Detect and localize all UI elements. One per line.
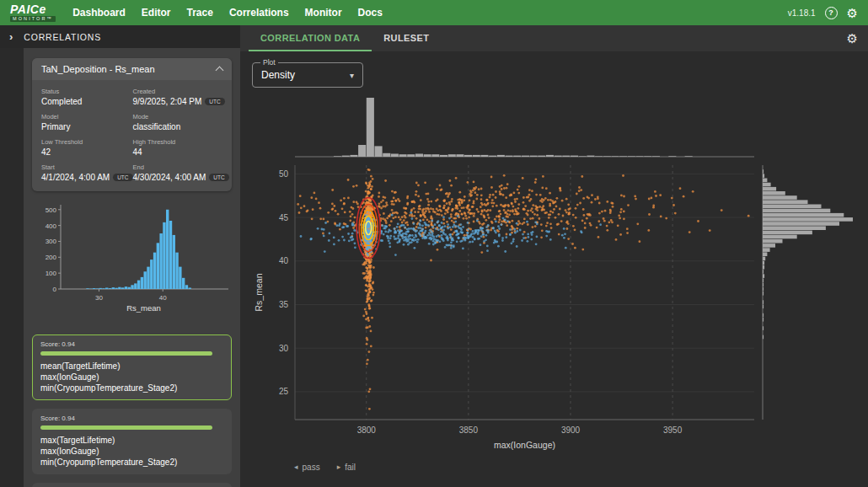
legend-label: fail [345,463,356,472]
nav-item-docs[interactable]: Docs [358,7,383,19]
plot-select-value: Density [261,69,295,81]
field-label: Low Threshold [41,138,133,146]
svg-text:500: 500 [46,206,57,214]
svg-text:40: 40 [159,294,167,302]
svg-text:30: 30 [279,344,289,353]
sidebar-title: CORRELATIONS [24,32,101,42]
field-value: 9/9/2025, 2:04 PMUTC [133,97,229,106]
sidebar-header: › CORRELATIONS [0,25,240,48]
field-start: Start4/1/2024, 4:00 AMUTC [41,163,133,182]
signal-line: max(TargetLifetime) [40,435,223,446]
main-tabbar: CORRELATION DATARULESET ⚙ [240,25,868,51]
utc-badge: UTC [205,98,224,105]
svg-text:0: 0 [53,286,57,293]
svg-text:30: 30 [95,294,103,302]
svg-text:400: 400 [46,222,57,230]
svg-text:3900: 3900 [561,425,581,435]
field-high-threshold: High Threshold44 [133,138,229,157]
nav-item-monitor[interactable]: Monitor [305,7,342,19]
tab-correlation-data[interactable]: CORRELATION DATA [249,25,372,51]
field-value: 4/30/2024, 4:00 AMUTC [133,173,229,182]
correlation-detail-card: TaN_Deposition - Rs_mean StatusCompleted… [32,58,232,191]
chart-settings-gear-icon[interactable]: ⚙ [847,32,858,45]
svg-text:3800: 3800 [357,425,377,435]
signal-line: min(CryopumpTemperature_Stage2) [40,457,223,468]
field-value: 42 [41,147,133,157]
sidebar-collapse-icon[interactable]: › [9,31,13,42]
score-label: Score: 0.94 [40,415,223,422]
plot-select-label: Plot [260,58,278,67]
svg-text:35: 35 [279,300,289,309]
main-nav: DashboardEditorTraceCorrelationsMonitorD… [72,7,399,19]
field-value: 44 [133,147,229,157]
nav-item-dashboard[interactable]: Dashboard [72,7,126,19]
field-label: Mode [133,113,229,120]
field-label: Model [41,113,133,120]
svg-text:3950: 3950 [663,425,683,435]
svg-text:200: 200 [46,254,57,261]
field-status: StatusCompleted [41,88,133,106]
app-logo[interactable]: PAICe MONITOR™ [10,3,56,23]
field-label: High Threshold [133,138,229,146]
field-end: End4/30/2024, 4:00 AMUTC [133,163,229,182]
tab-ruleset[interactable]: RULESET [372,25,441,51]
field-value: classification [133,122,229,131]
field-mode: Modeclassification [133,113,229,131]
score-card-list: Score: 0.94mean(TargetLifetime)max(IonGa… [32,334,232,487]
field-label: End [133,163,229,171]
correlations-sidebar: › CORRELATIONS TaN_Deposition - Rs_mean … [0,25,240,487]
svg-text:300: 300 [46,238,57,245]
app-root: PAICe MONITOR™ DashboardEditorTraceCorre… [0,0,868,487]
utc-badge: UTC [113,174,132,181]
svg-text:100: 100 [46,270,57,277]
rs-mean-histogram-svg: 01002003004005003040Rs_mean [32,200,232,313]
detail-field-grid: StatusCompletedCreated9/9/2025, 2:04 PMU… [32,80,232,191]
settings-gear-icon[interactable]: ⚙ [847,7,858,19]
main-content: CORRELATION DATARULESET ⚙ Plot Density ▾… [240,25,868,487]
collapse-chevron-icon[interactable] [216,67,224,75]
signal-line: min(CryopumpTemperature_Stage2) [40,383,223,393]
legend-marker-icon: ◂ [294,463,298,471]
score-bar [40,425,212,430]
svg-text:50: 50 [279,169,289,179]
svg-text:3850: 3850 [459,425,479,435]
rs-mean-histogram[interactable]: 01002003004005003040Rs_mean [32,200,232,326]
logo-subtext: MONITOR™ [10,16,56,23]
score-bar [40,351,212,356]
legend-item-fail[interactable]: ▸fail [337,463,356,472]
score-card-2[interactable]: Score: 0.94max(TargetLifetime)max(IonGau… [32,409,232,474]
chart-legend: ◂pass▸fail [294,463,356,472]
field-model: ModelPrimary [41,113,133,131]
legend-marker-icon: ▸ [337,463,341,471]
nav-item-trace[interactable]: Trace [187,7,213,19]
signal-line: mean(TargetLifetime) [40,361,223,372]
legend-item-pass[interactable]: ◂pass [294,463,320,472]
utc-badge: UTC [209,174,228,181]
svg-text:40: 40 [279,256,289,265]
plot-type-select[interactable]: Plot Density ▾ [252,62,363,88]
chart-area: Plot Density ▾ 3800385039003950253035404… [240,51,868,487]
help-icon[interactable]: ? [825,7,838,19]
score-card-3[interactable]: Score: 0.94 [32,483,232,487]
detail-card-header[interactable]: TaN_Deposition - Rs_mean [32,58,232,80]
sidebar-panel: TaN_Deposition - Rs_mean StatusCompleted… [24,48,240,487]
field-label: Created [133,88,229,95]
sidebar-rail [0,48,24,487]
dropdown-caret-icon: ▾ [350,71,354,80]
field-label: Status [41,88,133,95]
svg-text:Rs_mean: Rs_mean [126,303,161,313]
top-navbar: PAICe MONITOR™ DashboardEditorTraceCorre… [0,0,868,25]
svg-text:45: 45 [279,213,289,222]
legend-label: pass [303,463,320,472]
signal-line: max(IonGauge) [40,446,223,457]
score-label: Score: 0.94 [40,340,223,348]
svg-text:25: 25 [279,387,289,396]
field-value: 4/1/2024, 4:00 AMUTC [41,173,133,182]
density-scatter-svg: 3800385039003950253035404550max(IonGauge… [249,91,864,480]
score-card-1[interactable]: Score: 0.94mean(TargetLifetime)max(IonGa… [32,334,232,400]
field-created: Created9/9/2025, 2:04 PMUTC [133,88,229,106]
density-scatter-chart[interactable]: 3800385039003950253035404550max(IonGauge… [249,91,868,484]
nav-item-correlations[interactable]: Correlations [229,7,289,19]
nav-item-editor[interactable]: Editor [142,7,171,19]
logo-text: PAICe [10,3,46,15]
